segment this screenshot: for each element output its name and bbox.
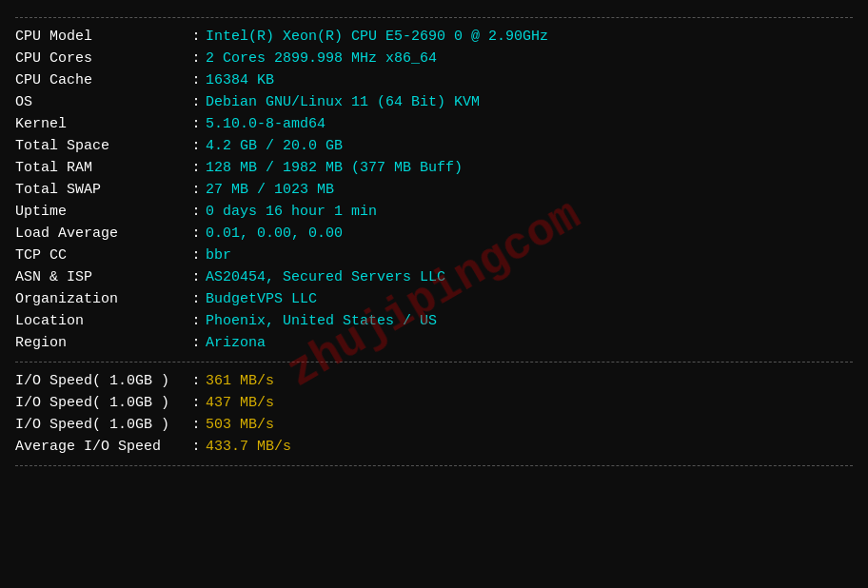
row-colon: : (187, 436, 206, 458)
row-label: CPU Model (15, 26, 187, 48)
row-label: Location (15, 310, 187, 332)
row-value: 0 days 16 hour 1 min (206, 201, 853, 223)
middle-divider (15, 362, 853, 363)
row-colon: : (187, 288, 206, 310)
table-row: I/O Speed( 1.0GB ):503 MB/s (15, 414, 853, 436)
row-colon: : (187, 266, 206, 288)
row-value: Phoenix, United States / US (206, 310, 853, 332)
row-colon: : (187, 245, 206, 266)
row-colon: : (187, 113, 206, 135)
row-label: TCP CC (15, 245, 187, 266)
table-row: Total RAM:128 MB / 1982 MB (377 MB Buff) (15, 157, 853, 179)
io-info-table: I/O Speed( 1.0GB ):361 MB/sI/O Speed( 1.… (15, 370, 853, 458)
row-value: 5.10.0-8-amd64 (206, 113, 853, 135)
row-value: 361 MB/s (206, 370, 853, 392)
row-label: Total Space (15, 135, 187, 157)
row-label: Uptime (15, 201, 187, 223)
row-label: OS (15, 91, 187, 113)
table-row: Total Space:4.2 GB / 20.0 GB (15, 135, 853, 157)
row-colon: : (187, 135, 206, 157)
row-value: 437 MB/s (206, 392, 853, 414)
row-label: Total RAM (15, 157, 187, 179)
row-label: Region (15, 332, 187, 354)
row-value: 4.2 GB / 20.0 GB (206, 135, 853, 157)
row-colon: : (187, 392, 206, 414)
table-row: Region:Arizona (15, 332, 853, 354)
row-value: 16384 KB (206, 69, 853, 91)
row-label: I/O Speed( 1.0GB ) (15, 392, 187, 414)
row-value: 433.7 MB/s (206, 436, 853, 458)
row-colon: : (187, 414, 206, 436)
row-colon: : (187, 26, 206, 48)
row-value: BudgetVPS LLC (206, 288, 853, 310)
table-row: CPU Cache:16384 KB (15, 69, 853, 91)
row-colon: : (187, 91, 206, 113)
row-value: 128 MB / 1982 MB (377 MB Buff) (206, 157, 853, 179)
row-colon: : (187, 332, 206, 354)
table-row: Uptime:0 days 16 hour 1 min (15, 201, 853, 223)
row-label: Average I/O Speed (15, 436, 187, 458)
row-value: Intel(R) Xeon(R) CPU E5-2690 0 @ 2.90GHz (206, 26, 853, 48)
row-colon: : (187, 310, 206, 332)
bottom-divider (15, 465, 853, 466)
table-row: CPU Model:Intel(R) Xeon(R) CPU E5-2690 0… (15, 26, 853, 48)
row-value: 503 MB/s (206, 414, 853, 436)
row-label: I/O Speed( 1.0GB ) (15, 370, 187, 392)
row-label: CPU Cores (15, 48, 187, 69)
top-divider (15, 17, 853, 18)
table-row: ASN & ISP:AS20454, Secured Servers LLC (15, 266, 853, 288)
row-label: Organization (15, 288, 187, 310)
row-colon: : (187, 69, 206, 91)
row-colon: : (187, 179, 206, 201)
row-label: CPU Cache (15, 69, 187, 91)
table-row: Organization:BudgetVPS LLC (15, 288, 853, 310)
row-label: Kernel (15, 113, 187, 135)
table-row: Kernel:5.10.0-8-amd64 (15, 113, 853, 135)
table-row: I/O Speed( 1.0GB ):361 MB/s (15, 370, 853, 392)
table-row: CPU Cores:2 Cores 2899.998 MHz x86_64 (15, 48, 853, 69)
row-value: 27 MB / 1023 MB (206, 179, 853, 201)
row-value: Debian GNU/Linux 11 (64 Bit) KVM (206, 91, 853, 113)
table-row: Location:Phoenix, United States / US (15, 310, 853, 332)
row-value: 2 Cores 2899.998 MHz x86_64 (206, 48, 853, 69)
row-label: I/O Speed( 1.0GB ) (15, 414, 187, 436)
row-colon: : (187, 223, 206, 245)
table-row: Load Average:0.01, 0.00, 0.00 (15, 223, 853, 245)
row-colon: : (187, 201, 206, 223)
row-colon: : (187, 157, 206, 179)
table-row: OS:Debian GNU/Linux 11 (64 Bit) KVM (15, 91, 853, 113)
row-colon: : (187, 48, 206, 69)
row-label: ASN & ISP (15, 266, 187, 288)
table-row: Total SWAP:27 MB / 1023 MB (15, 179, 853, 201)
table-row: I/O Speed( 1.0GB ):437 MB/s (15, 392, 853, 414)
row-value: bbr (206, 245, 853, 266)
row-value: Arizona (206, 332, 853, 354)
table-row: Average I/O Speed:433.7 MB/s (15, 436, 853, 458)
row-value: AS20454, Secured Servers LLC (206, 266, 853, 288)
table-row: TCP CC:bbr (15, 245, 853, 266)
system-info-table: CPU Model:Intel(R) Xeon(R) CPU E5-2690 0… (15, 26, 853, 354)
row-colon: : (187, 370, 206, 392)
row-value: 0.01, 0.00, 0.00 (206, 223, 853, 245)
row-label: Load Average (15, 223, 187, 245)
row-label: Total SWAP (15, 179, 187, 201)
